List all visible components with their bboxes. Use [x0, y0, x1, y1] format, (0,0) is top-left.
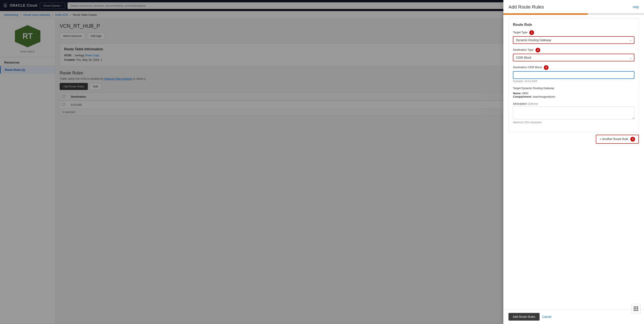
- another-route-button[interactable]: + Another Route Rule 4: [596, 135, 639, 144]
- target-type-select[interactable]: Dynamic Routing Gateway: [513, 36, 634, 44]
- drg-compartment-label: Compartment:: [513, 95, 532, 98]
- drg-compartment-value: IwanHoogendoorn: [533, 95, 555, 98]
- destination-cidr-label: Destination CIDR Block 3: [513, 65, 634, 70]
- drg-name-row: Name: DRG: [513, 92, 634, 95]
- dot-8: [635, 310, 636, 311]
- drg-name-label: Name:: [513, 92, 522, 95]
- target-drg-group: Target Dynamic Routing Gateway Name: DRG…: [513, 86, 634, 98]
- target-type-select-wrapper: Dynamic Routing Gateway: [513, 36, 634, 44]
- help-dots-grid: [634, 306, 638, 311]
- modal-header: Add Route Rules Help: [503, 0, 644, 14]
- dot-4: [634, 308, 635, 309]
- modal-progress-bar: [503, 14, 644, 15]
- another-route-badge: 4: [630, 137, 635, 142]
- route-rule-section-title: Route Rule: [513, 22, 634, 27]
- cancel-button[interactable]: Cancel: [542, 315, 552, 318]
- dot-2: [635, 306, 636, 308]
- description-group: Description Optional Maximum 255 charact…: [513, 102, 634, 124]
- dot-3: [637, 306, 638, 308]
- drg-compartment-row: Compartment: IwanHoogendoorn: [513, 95, 634, 98]
- target-type-badge: 1: [529, 30, 534, 35]
- description-label: Description Optional: [513, 102, 634, 105]
- another-route-wrapper: + Another Route Rule 4: [508, 132, 639, 146]
- destination-type-select[interactable]: CIDR Block: [513, 54, 634, 62]
- destination-type-select-wrapper: CIDR Block: [513, 54, 634, 62]
- destination-type-label: Destination Type 2: [513, 48, 634, 52]
- modal-help-link[interactable]: Help: [633, 5, 639, 9]
- modal-panel: Add Route Rules Help Route Rule Target T…: [503, 0, 644, 324]
- char-limit: Maximum 255 characters: [513, 121, 634, 124]
- dot-7: [634, 310, 635, 311]
- modal-progress-fill: [503, 14, 588, 15]
- destination-cidr-group: Destination CIDR Block 3 172.16.1.0/24 E…: [513, 65, 634, 83]
- help-widget[interactable]: [631, 304, 640, 313]
- target-drg-label: Target Dynamic Routing Gateway: [513, 86, 634, 90]
- modal-title: Add Route Rules: [508, 4, 544, 10]
- destination-type-group: Destination Type 2 CIDR Block: [513, 48, 634, 62]
- destination-cidr-hint: Example: 10.0.0.0/24: [513, 80, 634, 83]
- dot-1: [634, 306, 635, 308]
- route-rule-section: Route Rule Target Type 1 Dynamic Routing…: [508, 18, 639, 132]
- target-type-label: Target Type 1: [513, 30, 634, 35]
- modal-body: Route Rule Target Type 1 Dynamic Routing…: [503, 15, 644, 309]
- target-type-group: Target Type 1 Dynamic Routing Gateway: [513, 30, 634, 44]
- destination-cidr-badge: 3: [544, 65, 548, 70]
- target-drg-info: Name: DRG Compartment: IwanHoogendoorn: [513, 92, 634, 98]
- description-optional: Optional: [528, 102, 538, 105]
- description-textarea[interactable]: [513, 106, 634, 119]
- destination-cidr-input[interactable]: 172.16.1.0/24: [513, 71, 634, 79]
- modal-overlay: Add Route Rules Help Route Rule Target T…: [0, 0, 644, 324]
- drg-name-value: DRG: [522, 92, 528, 95]
- dot-9: [637, 310, 638, 311]
- dot-6: [637, 308, 638, 309]
- destination-type-badge: 2: [536, 48, 540, 52]
- dot-5: [635, 308, 636, 309]
- modal-footer: Add Route Rules Cancel: [503, 309, 644, 324]
- add-route-rules-submit-button[interactable]: Add Route Rules: [508, 313, 540, 320]
